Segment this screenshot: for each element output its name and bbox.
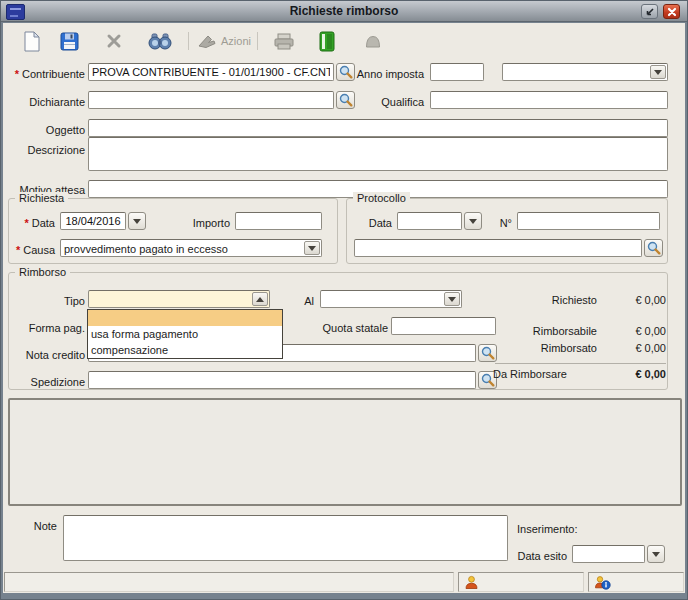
note-label: Note <box>13 519 57 533</box>
toolbar-separator <box>257 32 258 50</box>
dichiarante-input[interactable] <box>88 91 334 109</box>
quota-statale-input[interactable] <box>391 317 496 335</box>
archive-button[interactable] <box>319 27 335 55</box>
toolbar: Azioni <box>3 23 685 60</box>
spedizione-input[interactable] <box>88 371 476 389</box>
tipo-combo[interactable] <box>88 290 270 308</box>
close-button[interactable] <box>663 4 680 19</box>
dropdown-item-usa-forma-pagamento[interactable]: usa forma pagamento <box>88 326 282 342</box>
chevron-down-icon <box>448 297 456 302</box>
statusbar-userinfo-panel <box>588 572 684 592</box>
data-esito-label: Data esito <box>503 549 567 563</box>
tipo-label: Tipo <box>3 294 85 308</box>
statusbar-user-panel <box>458 572 584 592</box>
required-marker: * <box>24 217 28 229</box>
richiesta-data-label: *Data <box>8 216 55 230</box>
summary-divider <box>495 363 666 364</box>
close-icon <box>667 7 677 17</box>
chevron-down-icon <box>469 219 477 224</box>
importo-label: Importo <box>163 216 230 230</box>
rimborsabile-label: Rimborsabile <box>493 325 597 338</box>
contribuente-label: *Contribuente <box>3 67 85 81</box>
rimborsato-label: Rimborsato <box>493 342 597 355</box>
protocollo-numero-label: N° <box>488 216 512 230</box>
dichiarante-label: Dichiarante <box>3 95 85 109</box>
inserimento-label: Inserimento: <box>517 522 617 536</box>
green-archive-icon <box>319 31 335 52</box>
descrizione-label: Descrizione <box>3 143 85 157</box>
da-rimborsare-label: Da Rimborsare <box>493 368 597 381</box>
delete-button[interactable] <box>106 27 122 55</box>
richiesta-data-label-text: Data <box>32 217 55 229</box>
protocollo-ricerca-input[interactable] <box>354 239 642 257</box>
al-combo[interactable] <box>320 290 462 308</box>
user-icon <box>464 575 479 590</box>
shield-button[interactable] <box>364 27 382 55</box>
note-textarea[interactable] <box>63 515 508 561</box>
print-button[interactable] <box>273 27 295 55</box>
descrizione-textarea[interactable] <box>88 137 668 171</box>
spedizione-label: Spedizione <box>3 375 85 389</box>
data-esito-dropdown-button[interactable] <box>647 545 665 563</box>
search-button[interactable] <box>148 27 172 55</box>
qualifica-input[interactable] <box>430 91 668 109</box>
restore-button[interactable] <box>641 4 658 19</box>
causa-combo-value: provvedimento pagato in eccesso <box>64 242 301 256</box>
protocollo-legend: Protocollo <box>353 192 410 205</box>
contribuente-label-text: Contribuente <box>22 68 85 80</box>
protocollo-data-dropdown-button[interactable] <box>464 212 482 230</box>
azioni-button[interactable]: Azioni <box>197 27 251 55</box>
contribuente-input[interactable] <box>88 63 334 81</box>
tipo-dropdown-list: usa forma pagamento compensazione <box>87 309 283 359</box>
data-esito-input[interactable] <box>572 545 645 563</box>
tipo-combo-value <box>92 293 249 307</box>
combo-arrow-button[interactable] <box>444 292 460 306</box>
dropdown-item-compensazione[interactable]: compensazione <box>88 342 282 358</box>
dropdown-item-empty[interactable] <box>88 310 282 326</box>
protocollo-search-button[interactable] <box>644 239 663 257</box>
importo-input[interactable] <box>235 212 322 230</box>
da-rimborsare-value: € 0,00 <box>603 368 666 381</box>
protocollo-data-input[interactable] <box>397 212 462 230</box>
restore-icon <box>645 7 655 17</box>
oggetto-label: Oggetto <box>3 123 85 137</box>
chevron-down-icon <box>652 552 660 557</box>
quota-statale-label: Quota statale <box>303 321 388 335</box>
causa-combo[interactable]: provvedimento pagato in eccesso <box>60 239 322 257</box>
nota-credito-label: Nota credito <box>3 348 85 362</box>
rimborsabile-value: € 0,00 <box>603 325 666 338</box>
tipo-anno-combo-value <box>506 66 647 80</box>
causa-label-text: Causa <box>23 244 55 256</box>
combo-arrow-button[interactable] <box>252 292 268 306</box>
azioni-label: Azioni <box>221 35 251 47</box>
richiesta-data-input[interactable] <box>60 212 126 230</box>
user-info-icon <box>594 575 611 590</box>
chevron-down-icon <box>308 246 316 251</box>
title-bar: Richieste rimborso <box>1 1 687 22</box>
new-button[interactable] <box>23 27 40 55</box>
richiesto-value: € 0,00 <box>603 294 666 307</box>
detail-panel <box>8 398 682 506</box>
richiesto-label: Richiesto <box>493 294 597 307</box>
required-marker: * <box>15 68 19 80</box>
printer-icon <box>273 33 295 50</box>
protocollo-numero-input[interactable] <box>517 212 660 230</box>
required-marker: * <box>16 244 20 256</box>
anno-imposta-label: Anno imposta <box>343 67 424 81</box>
causa-label: *Causa <box>8 243 55 257</box>
rimborsato-value: € 0,00 <box>603 342 666 355</box>
richiesta-data-dropdown-button[interactable] <box>128 212 146 230</box>
combo-arrow-button[interactable] <box>304 241 320 255</box>
chevron-down-icon <box>133 219 141 224</box>
window-title: Richieste rimborso <box>1 1 687 22</box>
tipo-anno-combo[interactable] <box>502 63 668 81</box>
save-button[interactable] <box>60 27 79 55</box>
combo-arrow-button[interactable] <box>650 65 666 79</box>
al-combo-value <box>324 293 441 307</box>
oggetto-input[interactable] <box>88 119 668 137</box>
magnifier-icon <box>647 241 661 255</box>
qualifica-label: Qualifica <box>343 95 424 109</box>
chevron-down-icon <box>654 70 662 75</box>
hand-icon <box>197 33 217 49</box>
anno-imposta-input[interactable] <box>430 63 484 81</box>
